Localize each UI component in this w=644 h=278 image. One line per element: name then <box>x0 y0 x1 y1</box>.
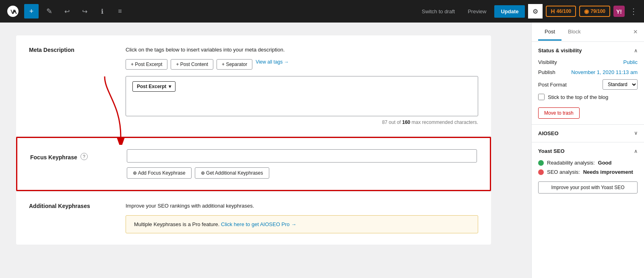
pro-banner: Multiple Keyphrases is a Pro feature. Cl… <box>126 215 478 233</box>
seo-analysis-dot <box>538 169 544 175</box>
post-format-label: Post Format <box>538 82 567 88</box>
focus-keyphrase-input[interactable] <box>127 149 477 163</box>
circle-score-badge[interactable]: ◉ 79/100 <box>579 6 610 17</box>
meta-description-grid: Meta Description Click on the tags below… <box>29 47 478 125</box>
tab-block[interactable]: Block <box>561 24 587 41</box>
focus-keyphrase-right: ⊕ Add Focus Keyphrase ⊕ Get Additional K… <box>127 149 477 179</box>
focus-keyphrase-grid: Focus Keyphrase ? ⊕ Add Focus Keyphrase … <box>30 149 477 179</box>
chevron-down-icon: ▾ <box>169 84 171 89</box>
meta-editor[interactable]: Post Excerpt ▾ <box>126 76 478 116</box>
focus-keyphrase-section: Focus Keyphrase ? ⊕ Add Focus Keyphrase … <box>16 137 491 191</box>
char-count-max: 160 <box>402 119 410 125</box>
circle-score-value: 79/100 <box>590 8 605 14</box>
settings-button[interactable]: ⚙ <box>528 4 543 19</box>
yoast-section: Yoast SEO Readability analysis: Good SEO… <box>532 142 644 199</box>
meta-description-instruction: Click on the tags below to insert variab… <box>126 47 478 53</box>
add-block-button[interactable]: + <box>24 4 39 19</box>
yoast-title: Yoast SEO <box>538 148 565 154</box>
stick-to-top-checkbox[interactable] <box>538 94 545 100</box>
separator-tag[interactable]: + Separator <box>217 59 252 70</box>
focus-keyphrase-label-row: Focus Keyphrase ? <box>30 149 119 161</box>
post-content-tag[interactable]: + Post Content <box>171 59 213 70</box>
seo-analysis-label: SEO analysis: <box>547 169 580 175</box>
info-button[interactable]: ℹ <box>95 4 109 19</box>
meta-description-section: Meta Description Click on the tags below… <box>16 35 491 245</box>
toolbar: + ✎ ↩ ↪ ℹ ≡ Switch to draft Preview Upda… <box>0 0 644 23</box>
main-content: Meta Description Click on the tags below… <box>0 23 531 278</box>
aioseo-section: AIOSEO <box>532 125 644 142</box>
status-visibility-title: Status & visibility <box>538 47 582 54</box>
aioseo-title: AIOSEO <box>538 130 559 136</box>
visibility-row: Visibility Public <box>538 59 638 65</box>
post-excerpt-selector[interactable]: Post Excerpt ▾ <box>132 81 175 92</box>
char-count: 87 out of 160 max recommended characters… <box>126 119 478 125</box>
additional-keyphrases-grid: Additional Keyphrases Improve your SEO r… <box>29 203 478 233</box>
circle-score-icon: ◉ <box>584 8 589 14</box>
publish-value[interactable]: November 1, 2020 11:13 am <box>571 69 638 75</box>
publish-label: Publish <box>538 69 555 75</box>
tab-post[interactable]: Post <box>538 24 561 41</box>
update-button[interactable]: Update <box>494 5 525 18</box>
focus-keyphrase-heading: Focus Keyphrase <box>30 152 77 161</box>
post-excerpt-label: Post Excerpt <box>137 84 166 89</box>
aioseo-header[interactable]: AIOSEO <box>532 125 644 142</box>
h-score-badge[interactable]: H 46/100 <box>546 6 576 17</box>
yoast-chevron <box>634 148 638 154</box>
yoast-icon[interactable]: Y! <box>613 6 625 17</box>
status-visibility-section: Status & visibility Visibility Public Pu… <box>532 42 644 125</box>
sidebar-tabs: Post Block <box>538 24 587 41</box>
meta-description-right: Click on the tags below to insert variab… <box>126 47 478 125</box>
view-all-tags-link[interactable]: View all tags → <box>256 59 289 70</box>
seo-analysis-row: SEO analysis: Needs improvement <box>538 169 638 175</box>
additional-keyphrases-description: Improve your SEO rankings with additiona… <box>126 203 478 209</box>
publish-row: Publish November 1, 2020 11:13 am <box>538 69 638 75</box>
sidebar-header: Post Block × <box>532 23 644 42</box>
svg-text:Y!: Y! <box>616 8 622 15</box>
tag-buttons-row: + Post Excerpt + Post Content + Separato… <box>126 59 478 70</box>
meta-description-label: Meta Description <box>29 47 118 53</box>
undo-button[interactable]: ↩ <box>60 4 74 19</box>
h-score-value: 46/100 <box>557 8 572 14</box>
status-visibility-header[interactable]: Status & visibility <box>538 47 638 54</box>
additional-keyphrases-right: Improve your SEO rankings with additiona… <box>126 203 478 233</box>
readability-value: Good <box>598 160 612 166</box>
main-layout: Meta Description Click on the tags below… <box>0 23 644 278</box>
pro-banner-text: Multiple Keyphrases is a Pro feature. <box>134 221 221 227</box>
content-inner: Meta Description Click on the tags below… <box>16 35 491 245</box>
additional-keyphrases-section: Additional Keyphrases Improve your SEO r… <box>16 191 491 245</box>
meta-description-heading: Meta Description <box>29 45 74 53</box>
readability-label: Readability analysis: <box>547 160 595 166</box>
visibility-label: Visibility <box>538 59 557 65</box>
readability-row: Readability analysis: Good <box>538 160 638 166</box>
post-format-select[interactable]: Standard <box>603 79 638 90</box>
switch-draft-button[interactable]: Switch to draft <box>417 6 460 17</box>
improve-yoast-button[interactable]: Improve your post with Yoast SEO <box>538 181 638 194</box>
tools-button[interactable]: ✎ <box>42 4 56 19</box>
get-additional-keyphrases-button[interactable]: ⊕ Get Additional Keyphrases <box>195 167 269 179</box>
list-view-button[interactable]: ≡ <box>113 4 127 19</box>
redo-button[interactable]: ↪ <box>77 4 92 19</box>
char-count-suffix: max recommended characters. <box>410 119 478 125</box>
pro-link[interactable]: Click here to get AIOSEO Pro → <box>221 221 296 227</box>
wordpress-logo[interactable] <box>5 3 21 19</box>
post-format-row: Post Format Standard <box>538 79 638 90</box>
visibility-value[interactable]: Public <box>623 59 638 65</box>
focus-buttons: ⊕ Add Focus Keyphrase ⊕ Get Additional K… <box>127 167 477 179</box>
add-focus-keyphrase-button[interactable]: ⊕ Add Focus Keyphrase <box>127 167 192 179</box>
focus-keyphrase-help-icon[interactable]: ? <box>80 153 88 160</box>
stick-to-top-row: Stick to the top of the blog <box>538 94 638 100</box>
stick-to-top-label: Stick to the top of the blog <box>548 94 608 100</box>
readability-dot <box>538 160 544 166</box>
sidebar-close-button[interactable]: × <box>633 28 638 36</box>
move-to-trash-button[interactable]: Move to trash <box>538 107 580 119</box>
seo-analysis-value: Needs improvement <box>583 169 633 175</box>
meta-description-content: Meta Description Click on the tags below… <box>16 35 491 137</box>
focus-keyphrase-label-col: Focus Keyphrase ? <box>30 149 119 161</box>
additional-keyphrases-heading: Additional Keyphrases <box>29 201 90 209</box>
more-options-button[interactable]: ⋮ <box>628 5 639 18</box>
post-excerpt-tag[interactable]: + Post Excerpt <box>126 59 167 70</box>
preview-button[interactable]: Preview <box>463 6 491 17</box>
aioseo-chevron <box>634 130 638 136</box>
sidebar: Post Block × Status & visibility Visibil… <box>531 23 644 278</box>
yoast-header[interactable]: Yoast SEO <box>532 142 644 160</box>
